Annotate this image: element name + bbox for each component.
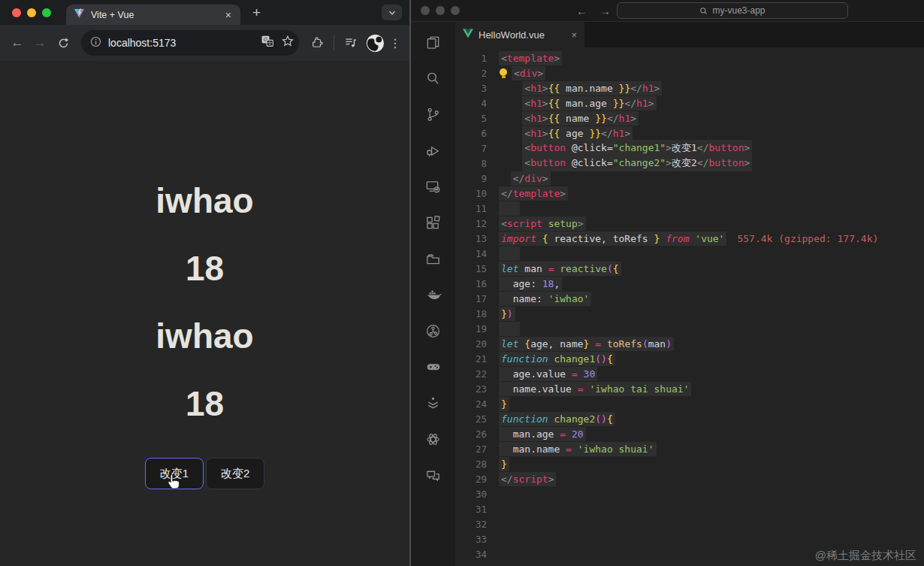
vite-page: iwhao 18 iwhao 18 改变1 改变2 bbox=[0, 61, 409, 566]
code-line: 3 <h1>{{ man.name }}</h1> bbox=[455, 80, 924, 95]
line-number: 28 bbox=[455, 459, 499, 470]
profile-avatar[interactable] bbox=[364, 34, 385, 53]
explorer-icon[interactable] bbox=[411, 24, 455, 60]
code-line: 21function change1(){ bbox=[455, 351, 924, 366]
tab-search-button[interactable] bbox=[382, 5, 402, 20]
tab-close-icon[interactable]: × bbox=[224, 9, 233, 21]
line-number: 26 bbox=[455, 428, 499, 440]
close-window-icon[interactable] bbox=[12, 8, 21, 17]
vscode-titlebar: ← → my-vue3-app bbox=[411, 0, 924, 22]
editor-tab-label: HelloWorld.vue bbox=[479, 29, 566, 41]
minimize-window-icon[interactable] bbox=[436, 6, 445, 15]
debug-icon[interactable] bbox=[411, 132, 455, 168]
code-lines[interactable]: 1<template>2<div>3 <h1>{{ man.name }}</h… bbox=[455, 47, 924, 566]
line-number: 32 bbox=[455, 519, 499, 530]
line-number: 23 bbox=[455, 383, 499, 395]
line-number: 2 bbox=[455, 68, 499, 79]
code-line: 31 bbox=[455, 501, 924, 516]
editor-tabbar: HelloWorld.vue × bbox=[455, 22, 924, 47]
line-number: 34 bbox=[455, 549, 499, 560]
vscode-traffic-lights bbox=[411, 6, 460, 15]
import-cost-annotation: 557.4k (gzipped: 177.4k) bbox=[737, 233, 878, 244]
watermark: @稀土掘金技术社区 bbox=[815, 549, 916, 563]
new-tab-icon[interactable]: + bbox=[252, 5, 261, 21]
vscode-window: ← → my-vue3-app bbox=[411, 0, 924, 566]
code-line: 4 <h1>{{ man.age }}</h1> bbox=[455, 95, 924, 110]
browser-window: Vite + Vue × + ← → localhost:5173 G文 bbox=[0, 0, 411, 566]
code-line: 24} bbox=[455, 396, 924, 411]
traffic-lights bbox=[0, 8, 63, 17]
maximize-window-icon[interactable] bbox=[451, 6, 460, 15]
browser-menu-icon[interactable]: ⋮ bbox=[388, 36, 402, 50]
line-number: 29 bbox=[455, 474, 499, 485]
code-line: 7 <button @click="change1">改变1</button> bbox=[455, 141, 924, 156]
code-line: 1<template> bbox=[455, 50, 924, 65]
code-line: 15let man = reactive({ bbox=[455, 261, 924, 276]
code-line: 27 man.name = 'iwhao shuai' bbox=[455, 441, 924, 456]
line-number: 13 bbox=[455, 233, 499, 244]
line-number: 19 bbox=[455, 323, 499, 334]
code-line: 8 <button @click="change2">改变2</button> bbox=[455, 156, 924, 171]
change2-button[interactable]: 改变2 bbox=[206, 458, 264, 489]
forward-icon[interactable]: → bbox=[30, 35, 50, 50]
translate-icon[interactable]: G文 bbox=[261, 35, 274, 51]
line-number: 8 bbox=[455, 158, 499, 169]
minimize-window-icon[interactable] bbox=[27, 8, 36, 17]
folder-icon[interactable] bbox=[411, 241, 455, 277]
forward-icon[interactable]: → bbox=[599, 5, 611, 17]
collections-icon[interactable] bbox=[411, 385, 455, 421]
line-number: 1 bbox=[455, 53, 499, 64]
line-number: 14 bbox=[455, 248, 499, 259]
code-line: 32 bbox=[455, 516, 924, 531]
code-line: 20let {age, name} = toRefs(man) bbox=[455, 336, 924, 351]
line-number: 18 bbox=[455, 308, 499, 319]
extensions-puzzle-icon[interactable] bbox=[306, 36, 328, 50]
reload-icon[interactable] bbox=[53, 37, 74, 50]
vite-favicon bbox=[74, 8, 85, 22]
git-graph-icon[interactable] bbox=[411, 313, 455, 349]
docker-icon[interactable] bbox=[411, 277, 455, 313]
openai-icon[interactable] bbox=[411, 421, 455, 457]
close-window-icon[interactable] bbox=[421, 6, 430, 15]
browser-toolbar: ← → localhost:5173 G文 bbox=[0, 25, 409, 61]
editor-tab-helloworld[interactable]: HelloWorld.vue × bbox=[455, 22, 584, 47]
line-number: 10 bbox=[455, 188, 499, 199]
line-number: 9 bbox=[455, 173, 499, 184]
code-line: 13import { reactive, toRefs } from 'vue'… bbox=[455, 231, 924, 246]
line-number: 30 bbox=[455, 489, 499, 500]
code-line: 19 bbox=[455, 321, 924, 336]
page-heading: 18 bbox=[0, 249, 409, 288]
page-heading: 18 bbox=[0, 384, 409, 423]
bookmark-star-icon[interactable] bbox=[281, 35, 294, 51]
code-line: 12<script setup> bbox=[455, 216, 924, 231]
gamepad-icon[interactable] bbox=[411, 349, 455, 385]
code-line: 17 name: 'iwhao' bbox=[455, 291, 924, 306]
lightbulb-icon[interactable] bbox=[499, 68, 509, 79]
chat-icon[interactable] bbox=[411, 457, 455, 493]
search-icon[interactable] bbox=[411, 60, 455, 96]
code-line: 25function change2(){ bbox=[455, 411, 924, 426]
line-number: 15 bbox=[455, 263, 499, 274]
extensions-icon[interactable] bbox=[411, 204, 455, 241]
line-number: 31 bbox=[455, 504, 499, 515]
back-icon[interactable]: ← bbox=[576, 5, 587, 17]
command-center-search[interactable]: my-vue3-app bbox=[617, 2, 848, 19]
code-line: 28} bbox=[455, 456, 924, 471]
remote-explorer-icon[interactable] bbox=[411, 168, 455, 204]
code-line: 5 <h1>{{ name }}</h1> bbox=[455, 110, 924, 126]
line-number: 12 bbox=[455, 218, 499, 229]
site-info-icon[interactable] bbox=[90, 36, 101, 50]
page-heading: iwhao bbox=[0, 316, 409, 356]
source-control-icon[interactable] bbox=[411, 96, 455, 132]
browser-tab[interactable]: Vite + Vue × bbox=[66, 5, 240, 25]
search-icon bbox=[699, 7, 708, 15]
url-bar[interactable]: localhost:5173 G文 bbox=[81, 30, 299, 56]
maximize-window-icon[interactable] bbox=[42, 8, 51, 17]
line-number: 7 bbox=[455, 143, 499, 154]
line-number: 33 bbox=[455, 534, 499, 545]
media-controls-icon[interactable] bbox=[340, 36, 361, 50]
back-icon[interactable]: ← bbox=[8, 35, 27, 50]
code-line: 16 age: 18, bbox=[455, 276, 924, 291]
tab-close-icon[interactable]: × bbox=[571, 29, 577, 41]
url-text[interactable]: localhost:5173 bbox=[108, 37, 254, 49]
